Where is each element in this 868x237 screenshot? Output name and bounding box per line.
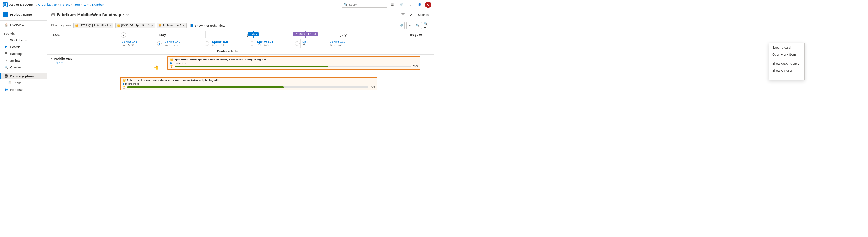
top-navigation: Azure DevOps / Organization / Project / … — [0, 0, 434, 9]
sidebar-item-plans[interactable]: 📋 Plans — [0, 79, 47, 86]
expand-team-icon[interactable]: ▾ — [51, 57, 53, 60]
avatar[interactable]: C — [425, 2, 431, 8]
filter-tag-3[interactable]: 🏆 Feature title 3 × — [157, 23, 187, 28]
email-button[interactable]: ✉ — [406, 22, 413, 29]
favorite-button[interactable]: ☆ — [126, 13, 129, 16]
month-august: August › — [391, 31, 434, 38]
sprint-152-date: 7/... — [303, 43, 326, 46]
crown-icon-epic2: 👑 — [123, 79, 126, 82]
zoom-in-button[interactable]: 🔍+ — [424, 22, 430, 29]
status-dot-2 — [123, 83, 124, 85]
search-input[interactable] — [349, 3, 385, 6]
sprint-148-add-button[interactable]: + — [157, 41, 162, 46]
svg-rect-11 — [5, 77, 6, 77]
org-name: Azure DevOps — [9, 3, 33, 6]
expand-button[interactable]: ⤢ — [408, 12, 414, 18]
link-button[interactable]: 🔗 — [398, 22, 405, 29]
team-timeline: 👑 Epic title: Lorem ipsum dolor sit amet… — [120, 55, 434, 95]
top-nav-actions: 🔍 ☰ 🛒 ? 👤 C — [342, 1, 431, 8]
breadcrumb-organization[interactable]: Organization — [38, 3, 57, 6]
roadmap-icon — [51, 13, 55, 17]
sidebar-label-work-items: Work items — [10, 39, 27, 42]
sprint-151-name[interactable]: Sprint 151 — [257, 40, 299, 43]
sprint-153-name[interactable]: Sprint 153 — [330, 40, 366, 43]
expand-icon: ⤢ — [410, 13, 412, 16]
team-name-col: ▾ Mobile App Epics — [48, 55, 120, 95]
boards-icon — [4, 45, 8, 49]
epic-2-progress-row: 🏆 65% — [123, 86, 375, 89]
filter-icon — [401, 13, 405, 17]
filter-tag-1-remove[interactable]: × — [109, 24, 112, 27]
sidebar-label-delivery-plans: Delivery plans — [10, 74, 34, 78]
breadcrumb-project[interactable]: Project — [60, 3, 70, 6]
month-may: ‹ May — [120, 31, 206, 38]
sidebar-item-sprints[interactable]: ⚡ Sprints — [0, 57, 47, 64]
milestone-line — [233, 55, 233, 95]
breadcrumb-item[interactable]: Item — [83, 3, 89, 6]
filter-tag-2[interactable]: 👑 [FY22 Q1] Epic title 2 × — [115, 23, 155, 28]
breadcrumb-page[interactable]: Page — [73, 3, 80, 6]
sidebar-item-queries[interactable]: 🔍 Queries — [0, 64, 47, 71]
svg-rect-9 — [5, 75, 7, 76]
sidebar-item-personas[interactable]: 👥 Personas — [0, 86, 47, 93]
project-header[interactable]: C Project name — [0, 9, 47, 20]
prev-month-button[interactable]: ‹ — [121, 32, 126, 38]
svg-rect-0 — [5, 39, 7, 39]
epics-label[interactable]: Epics — [51, 61, 116, 64]
epic-bar-2[interactable]: 👑 Epic title: Lorem ipsum dolor sit amet… — [120, 77, 377, 90]
header-actions: ⤢ Settings — [400, 12, 430, 18]
milestone-marker: FY 2023 Q1 Start — [305, 31, 306, 38]
sprint-150-add-button[interactable]: + — [250, 41, 254, 46]
epic-1-progress-pct: 65% — [413, 65, 418, 68]
help-button[interactable]: ? — [407, 1, 414, 8]
sidebar-item-backlogs[interactable]: Backlogs — [0, 50, 47, 57]
filter-button[interactable] — [400, 12, 406, 18]
azure-devops-logo[interactable] — [3, 2, 8, 7]
backlogs-icon — [4, 52, 8, 56]
sidebar-item-work-items[interactable]: Work items — [0, 37, 47, 43]
sprint-150-name[interactable]: Sprint 150 — [212, 40, 253, 43]
sprint-150-date: 6/13 - 7/1 — [212, 43, 253, 46]
roadmap-dropdown-button[interactable]: ▾ — [123, 13, 125, 16]
epic-bar-1[interactable]: 👑 Epic title: Lorem ipsum dolor sit amet… — [167, 57, 421, 70]
user-settings-button[interactable]: 👤 — [416, 1, 423, 8]
sidebar-section-boards: Boards — [0, 30, 47, 37]
sprint-149-name[interactable]: Sprint 149 — [164, 40, 208, 43]
filter-tag-1-text: [FY22 Q1] Epic title 1 — [79, 24, 108, 27]
breadcrumb-number[interactable]: Number — [92, 3, 104, 6]
sprint-152-name[interactable]: Sp... — [303, 40, 326, 43]
filter-tag-2-remove[interactable]: × — [151, 24, 153, 27]
hierarchy-toggle[interactable]: ✓ Show hierarchy view — [190, 24, 225, 27]
filter-tag-1[interactable]: 👑 [FY22 Q1] Epic title 1 × — [73, 23, 113, 28]
sprint-148-date: 5/2 - 5/20 — [122, 43, 161, 46]
feature-title-row: Feature title — [48, 48, 434, 55]
sprint-149-add-button[interactable]: + — [205, 41, 209, 46]
sidebar-item-boards[interactable]: Boards — [0, 43, 47, 50]
settings-button[interactable]: Settings — [416, 12, 430, 18]
epic-bar-2-status: In progress — [123, 82, 375, 85]
board-area[interactable]: Team today FY 2023 Q1 Start ‹ — [48, 31, 434, 118]
crown-icon-1: 👑 — [75, 24, 79, 27]
crown-icon-epic1: 👑 — [170, 58, 174, 61]
sprint-header-row: Sprint 148 5/2 - 5/20 + Sprint 149 5/23 … — [48, 39, 434, 48]
team-label: Team — [51, 33, 60, 37]
list-view-button[interactable]: ☰ — [389, 1, 396, 8]
zoom-out-button[interactable]: 🔍- — [415, 22, 422, 29]
work-items-icon — [4, 38, 8, 42]
hierarchy-checkbox[interactable]: ✓ — [190, 24, 193, 27]
sidebar-item-overview[interactable]: 🏠 Overview — [0, 22, 47, 28]
svg-rect-3 — [5, 45, 6, 48]
milestone-label: FY 2023 Q1 Start — [293, 32, 318, 36]
filter-tag-3-remove[interactable]: × — [182, 24, 185, 27]
search-box[interactable]: 🔍 — [342, 2, 387, 8]
team-column-header: Team — [48, 31, 120, 39]
svg-rect-7 — [5, 55, 6, 55]
epic-2-progress-pct: 65% — [370, 86, 375, 89]
store-button[interactable]: 🛒 — [398, 1, 405, 8]
sprint-148-name[interactable]: Sprint 148 — [122, 40, 161, 43]
roadmap-title: Fabrikam Mobile/Web Roadmap — [57, 13, 121, 17]
content-header: Fabrikam Mobile/Web Roadmap ▾ ☆ ⤢ Settin… — [48, 9, 434, 20]
today-label: today — [248, 32, 258, 36]
sprint-151-add-button[interactable]: + — [295, 41, 300, 46]
sidebar-item-delivery-plans[interactable]: Delivery plans — [0, 73, 47, 79]
